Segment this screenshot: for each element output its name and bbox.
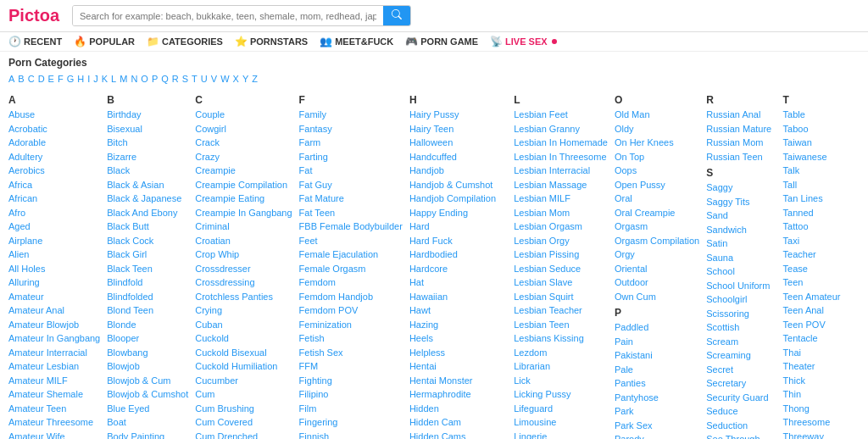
alpha-link-Y[interactable]: Y [242, 74, 248, 84]
category-link[interactable]: Farm [299, 136, 403, 150]
category-link[interactable]: Cum Drenched [195, 430, 292, 440]
category-link[interactable]: FFM [299, 359, 403, 374]
category-link[interactable]: Lick [514, 374, 608, 388]
category-link[interactable]: Thong [783, 402, 853, 416]
category-link[interactable]: Seduction [706, 419, 776, 433]
category-link[interactable]: Lesbian In Homemade [514, 136, 608, 150]
category-link[interactable]: Russian Mom [706, 136, 776, 150]
category-link[interactable]: Airplane [8, 234, 100, 248]
category-link[interactable]: Panties [615, 376, 699, 391]
nav-popular[interactable]: 🔥 POPULAR [74, 36, 135, 47]
category-link[interactable]: Blooper [107, 331, 188, 346]
category-link[interactable]: Cuckold [195, 331, 292, 346]
alpha-link-R[interactable]: R [172, 74, 179, 84]
alpha-link-M[interactable]: M [120, 74, 127, 84]
category-link[interactable]: Crossdressing [195, 275, 292, 290]
category-link[interactable]: Bitch [107, 136, 188, 150]
category-link[interactable]: Oops [615, 164, 699, 178]
category-link[interactable]: Handjob [409, 164, 507, 178]
nav-porngame[interactable]: 🎮 PORN GAME [405, 36, 478, 47]
category-link[interactable]: Lesbian Massage [514, 178, 608, 192]
category-link[interactable]: Black And Ebony [107, 206, 188, 220]
category-link[interactable]: Sand [706, 208, 776, 223]
category-link[interactable]: Film [299, 402, 403, 416]
category-link[interactable]: Halloween [409, 136, 507, 150]
category-link[interactable]: Parody [615, 432, 699, 439]
category-link[interactable]: Teacher [783, 247, 853, 262]
category-link[interactable]: Lesbian Pissing [514, 247, 608, 262]
category-link[interactable]: Tattoo [783, 220, 853, 234]
category-link[interactable]: Cucumber [195, 374, 292, 388]
category-link[interactable]: Lingerie [514, 430, 608, 440]
category-link[interactable]: Orgasm Compilation [615, 234, 699, 248]
alpha-link-V[interactable]: V [211, 74, 217, 84]
category-link[interactable]: Black Butt [107, 220, 188, 234]
category-link[interactable]: Afro [8, 206, 100, 220]
category-link[interactable]: Africa [8, 178, 100, 192]
category-link[interactable]: Screaming [706, 348, 776, 363]
category-link[interactable]: Hidden Cams [409, 430, 507, 440]
category-link[interactable]: Pantyhose [615, 391, 699, 405]
category-link[interactable]: Lesbian Mom [514, 206, 608, 220]
alpha-link-Z[interactable]: Z [252, 74, 258, 84]
category-link[interactable]: Taxi [783, 234, 853, 248]
category-link[interactable]: Fat [299, 164, 403, 178]
category-link[interactable]: Satin [706, 236, 776, 251]
category-link[interactable]: Fetish Sex [299, 346, 403, 360]
category-link[interactable]: Femdom Handjob [299, 290, 403, 304]
category-link[interactable]: Handjob & Cumshot [409, 178, 507, 192]
category-link[interactable]: Scissoring [706, 307, 776, 321]
category-link[interactable]: Abuse [8, 108, 100, 122]
category-link[interactable]: Amateur Blowjob [8, 318, 100, 332]
category-link[interactable]: Crack [195, 136, 292, 150]
category-link[interactable]: Theater [783, 359, 853, 374]
category-link[interactable]: Bizarre [107, 150, 188, 164]
alpha-link-J[interactable]: J [93, 74, 98, 84]
category-link[interactable]: Cuckold Humiliation [195, 359, 292, 374]
category-link[interactable]: Teen POV [783, 318, 853, 332]
category-link[interactable]: Hairy Teen [409, 122, 507, 136]
category-link[interactable]: Lifeguard [514, 402, 608, 416]
category-link[interactable]: Fat Guy [299, 178, 403, 192]
category-link[interactable]: Feet [299, 234, 403, 248]
category-link[interactable]: Crossdresser [195, 262, 292, 276]
search-button[interactable] [383, 6, 410, 25]
category-link[interactable]: Handcuffed [409, 150, 507, 164]
category-link[interactable]: Pain [615, 335, 699, 349]
logo[interactable]: Pictoa [8, 6, 59, 25]
category-link[interactable]: Creampie Compilation [195, 178, 292, 192]
category-link[interactable]: Blowbang [107, 346, 188, 360]
category-link[interactable]: Hard Fuck [409, 234, 507, 248]
category-link[interactable]: Lesbian Orgasm [514, 220, 608, 234]
category-link[interactable]: Lesbian Interracial [514, 164, 608, 178]
category-link[interactable]: Lesbians Kissing [514, 331, 608, 346]
category-link[interactable]: Russian Teen [706, 150, 776, 164]
category-link[interactable]: Bisexual [107, 122, 188, 136]
category-link[interactable]: School Uniform [706, 279, 776, 293]
category-link[interactable]: FBB Female Bodybuilder [299, 220, 403, 234]
category-link[interactable]: Black & Asian [107, 178, 188, 192]
category-link[interactable]: Hardcore [409, 262, 507, 276]
category-link[interactable]: Taiwan [783, 136, 853, 150]
category-link[interactable]: Black Girl [107, 247, 188, 262]
category-link[interactable]: Fighting [299, 374, 403, 388]
category-link[interactable]: Hat [409, 275, 507, 290]
category-link[interactable]: Cum [195, 387, 292, 402]
category-link[interactable]: Librarian [514, 359, 608, 374]
category-link[interactable]: Blindfolded [107, 290, 188, 304]
category-link[interactable]: Helpless [409, 346, 507, 360]
category-link[interactable]: Taboo [783, 122, 853, 136]
category-link[interactable]: Adorable [8, 136, 100, 150]
category-link[interactable]: Body Painting [107, 430, 188, 440]
category-link[interactable]: Fetish [299, 331, 403, 346]
category-link[interactable]: Femdom [299, 275, 403, 290]
category-link[interactable]: Blonde [107, 318, 188, 332]
category-link[interactable]: Lesbian In Threesome [514, 150, 608, 164]
category-link[interactable]: Licking Pussy [514, 387, 608, 402]
category-link[interactable]: Oral Creampie [615, 206, 699, 220]
category-link[interactable]: Pakistani [615, 348, 699, 363]
category-link[interactable]: Alien [8, 247, 100, 262]
category-link[interactable]: Thick [783, 374, 853, 388]
category-link[interactable]: Amateur Threesome [8, 415, 100, 430]
category-link[interactable]: Amateur Shemale [8, 387, 100, 402]
